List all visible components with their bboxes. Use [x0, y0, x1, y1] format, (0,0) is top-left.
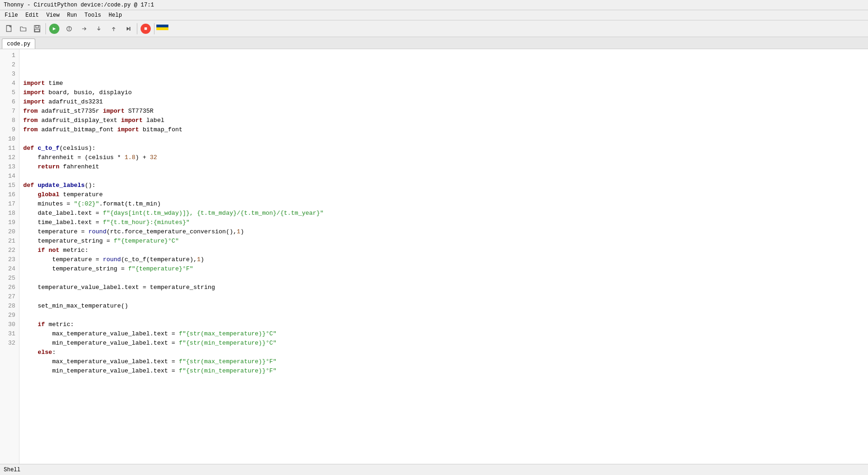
token-str: "{:02}" [74, 200, 99, 207]
token-plain: adafruit_ds3231 [45, 98, 103, 105]
token-plain: min_temperature_value_label.text = [23, 340, 179, 347]
code-editor[interactable]: import timeimport board, busio, displayi… [19, 49, 868, 464]
token-plain: metric: [45, 321, 74, 328]
code-line [23, 292, 864, 302]
token-kw: def [23, 182, 34, 189]
token-plain: ) + [135, 154, 150, 161]
step-over-button[interactable] [77, 22, 90, 35]
line-number: 32 [0, 339, 19, 348]
line-number: 24 [0, 264, 19, 274]
ukraine-flag-icon [156, 25, 168, 33]
token-kw: def [23, 145, 34, 152]
token-fstr: f"{str(min_temperature)}°F" [179, 367, 276, 374]
token-plain: ST7735R [124, 108, 153, 115]
line-number: 1 [0, 51, 19, 60]
token-fstr: f"{str(max_temperature)}°C" [179, 330, 276, 337]
step-out-icon [110, 25, 117, 32]
token-kw: if [38, 321, 45, 328]
line-number: 16 [0, 190, 19, 199]
flag-yellow-stripe [156, 27, 168, 30]
token-num: 1.8 [124, 154, 135, 161]
token-plain [23, 191, 38, 198]
menu-help[interactable]: Help [106, 11, 125, 19]
run-icon: ▶ [49, 24, 59, 34]
token-plain: time_label.text = [23, 219, 103, 226]
token-plain [45, 247, 49, 254]
save-button[interactable] [31, 22, 44, 35]
line-number: 15 [0, 181, 19, 190]
token-plain: time [45, 80, 63, 87]
line-number: 22 [0, 246, 19, 255]
line-number: 14 [0, 172, 19, 181]
token-num: 32 [150, 154, 157, 161]
code-line: min_temperature_value_label.text = f"{st… [23, 339, 864, 348]
token-plain: board, busio, displayio [45, 89, 132, 96]
svg-rect-5 [34, 26, 40, 32]
token-builtin: round [88, 228, 106, 235]
stop-button[interactable]: ■ [139, 22, 152, 35]
token-kw: import [117, 126, 139, 133]
token-kw: from [23, 126, 38, 133]
code-line [23, 274, 864, 283]
line-number: 21 [0, 237, 19, 246]
token-plain: adafruit_bitmap_font [38, 126, 117, 133]
line-number: 13 [0, 162, 19, 172]
new-button[interactable] [3, 22, 16, 35]
menu-tools[interactable]: Tools [82, 11, 104, 19]
shell-bar[interactable]: Shell [0, 464, 868, 475]
token-fstr: f"{t.tm_hour}:{minutes}" [103, 219, 190, 226]
token-plain: temperature = [23, 228, 88, 235]
tab-code-py[interactable]: code.py [2, 39, 35, 49]
token-plain: max_temperature_value_label.text = [23, 330, 179, 337]
token-kw: import [23, 80, 45, 87]
token-kw: not [49, 247, 59, 254]
code-line: temperature = round(rtc.force_temperatur… [23, 227, 864, 237]
line-number: 17 [0, 199, 19, 209]
menu-file[interactable]: File [2, 11, 21, 19]
token-plain: label [142, 117, 164, 124]
line-number: 9 [0, 125, 19, 135]
token-kw: global [38, 191, 59, 198]
menu-run[interactable]: Run [64, 11, 80, 19]
token-builtin: round [103, 256, 121, 263]
line-number: 4 [0, 79, 19, 88]
token-fstr: f"{days[int(t.tm_wday)]}, {t.tm_mday}/{t… [103, 210, 324, 217]
code-line: minutes = "{:02}".format(t.tm_min) [23, 199, 864, 209]
resume-button[interactable] [122, 22, 135, 35]
code-line [23, 172, 864, 181]
token-kw: import [121, 117, 143, 124]
code-line: time_label.text = f"{t.tm_hour}:{minutes… [23, 218, 864, 227]
step-out-button[interactable] [107, 22, 120, 35]
token-plain: bitmap_font [139, 126, 183, 133]
token-plain: max_temperature_value_label.text = [23, 358, 179, 365]
code-line: if metric: [23, 320, 864, 329]
code-line: temperature = round(c_to_f(temperature),… [23, 255, 864, 264]
token-plain: adafruit_st7735r [38, 108, 103, 115]
code-line: temperature_string = f"{temperature}°F" [23, 264, 864, 274]
code-line: from adafruit_bitmap_font import bitmap_… [23, 125, 864, 135]
line-number: 6 [0, 97, 19, 107]
code-line: return fahrenheit [23, 162, 864, 172]
token-plain: temperature_string = [23, 265, 128, 272]
line-number: 28 [0, 302, 19, 311]
new-icon [6, 25, 13, 32]
step-into-button[interactable] [92, 22, 105, 35]
token-plain: temperature_value_label.text = temperatu… [23, 284, 215, 291]
menu-view[interactable]: View [44, 11, 63, 19]
debug-button[interactable] [63, 22, 76, 35]
code-line: if not metric: [23, 246, 864, 255]
token-plain: metric: [59, 247, 88, 254]
menu-edit[interactable]: Edit [23, 11, 42, 19]
token-plain: (): [85, 182, 96, 189]
run-button[interactable]: ▶ [48, 22, 61, 35]
line-number: 3 [0, 70, 19, 79]
open-button[interactable] [17, 22, 30, 35]
token-plain: : [52, 349, 56, 356]
code-line: from adafruit_display_text import label [23, 116, 864, 125]
code-line [23, 135, 864, 144]
token-plain: adafruit_display_text [38, 117, 121, 124]
code-line: import time [23, 79, 864, 88]
token-plain: min_temperature_value_label.text = [23, 367, 179, 374]
code-line: max_temperature_value_label.text = f"{st… [23, 329, 864, 339]
toolbar-sep-2 [137, 23, 137, 34]
